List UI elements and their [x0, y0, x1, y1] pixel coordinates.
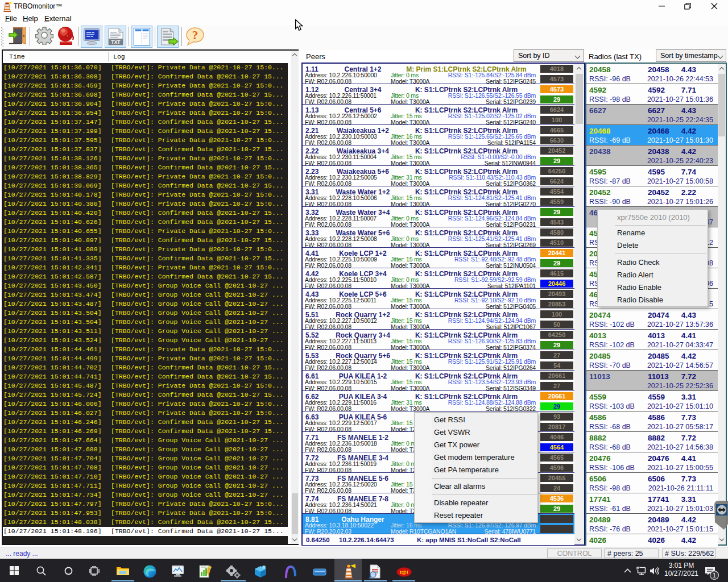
- svg-text:TXT: TXT: [111, 39, 121, 45]
- svg-text:1: 1: [713, 572, 716, 579]
- svg-text:?: ?: [192, 28, 198, 42]
- svg-text:t@!: t@!: [400, 569, 408, 575]
